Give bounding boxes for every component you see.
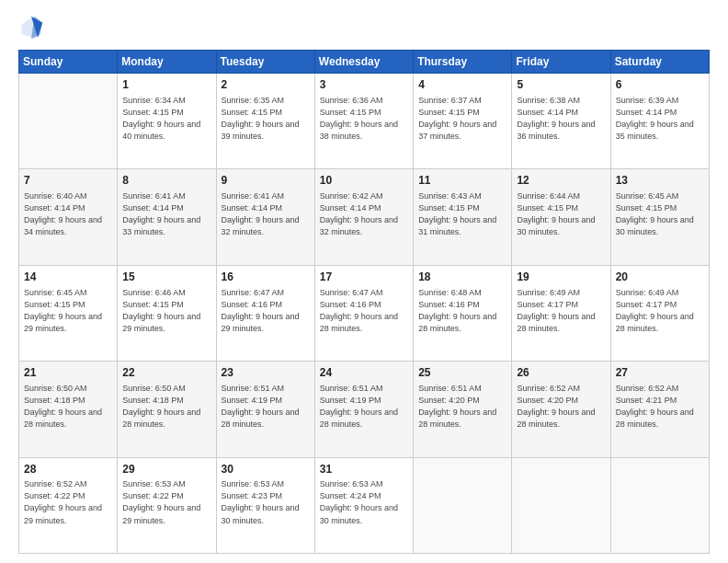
- day-number: 16: [222, 270, 310, 285]
- calendar-week-row: 14Sunrise: 6:45 AMSunset: 4:15 PMDayligh…: [19, 265, 710, 361]
- day-info: Sunrise: 6:51 AMSunset: 4:19 PMDaylight:…: [222, 383, 310, 431]
- calendar-weekday-saturday: Saturday: [610, 51, 709, 74]
- calendar-weekday-friday: Friday: [512, 51, 610, 74]
- day-info: Sunrise: 6:49 AMSunset: 4:17 PMDaylight:…: [517, 287, 605, 335]
- day-number: 13: [616, 173, 704, 189]
- calendar-cell: 22Sunrise: 6:50 AMSunset: 4:18 PMDayligh…: [118, 362, 216, 457]
- day-number: 3: [320, 77, 408, 93]
- calendar-cell: 19Sunrise: 6:49 AMSunset: 4:17 PMDayligh…: [512, 265, 610, 361]
- calendar-cell: 1Sunrise: 6:34 AMSunset: 4:15 PMDaylight…: [118, 74, 216, 169]
- calendar-cell: 29Sunrise: 6:53 AMSunset: 4:22 PMDayligh…: [118, 457, 216, 553]
- calendar-cell: 15Sunrise: 6:46 AMSunset: 4:15 PMDayligh…: [118, 265, 216, 361]
- calendar-cell: 25Sunrise: 6:51 AMSunset: 4:20 PMDayligh…: [414, 362, 512, 457]
- day-info: Sunrise: 6:53 AMSunset: 4:24 PMDaylight:…: [320, 478, 408, 526]
- logo-icon: [18, 15, 44, 40]
- calendar-cell: 4Sunrise: 6:37 AMSunset: 4:15 PMDaylight…: [414, 74, 512, 169]
- day-info: Sunrise: 6:38 AMSunset: 4:14 PMDaylight:…: [517, 95, 605, 143]
- calendar-cell: 21Sunrise: 6:50 AMSunset: 4:18 PMDayligh…: [19, 362, 118, 457]
- day-info: Sunrise: 6:36 AMSunset: 4:15 PMDaylight:…: [320, 95, 408, 143]
- day-number: 24: [320, 365, 408, 381]
- day-info: Sunrise: 6:35 AMSunset: 4:15 PMDaylight:…: [222, 95, 310, 143]
- calendar-week-row: 7Sunrise: 6:40 AMSunset: 4:14 PMDaylight…: [19, 169, 710, 265]
- day-info: Sunrise: 6:40 AMSunset: 4:14 PMDaylight:…: [24, 190, 112, 238]
- calendar-cell: 30Sunrise: 6:53 AMSunset: 4:23 PMDayligh…: [216, 457, 314, 553]
- calendar-cell: 28Sunrise: 6:52 AMSunset: 4:22 PMDayligh…: [19, 457, 118, 553]
- calendar-cell: 2Sunrise: 6:35 AMSunset: 4:15 PMDaylight…: [216, 74, 314, 169]
- day-info: Sunrise: 6:46 AMSunset: 4:15 PMDaylight:…: [122, 287, 210, 335]
- day-number: 14: [24, 270, 112, 285]
- day-info: Sunrise: 6:47 AMSunset: 4:16 PMDaylight:…: [222, 287, 310, 335]
- header: [18, 15, 710, 40]
- day-info: Sunrise: 6:34 AMSunset: 4:15 PMDaylight:…: [122, 95, 210, 143]
- day-number: 23: [222, 365, 310, 381]
- day-info: Sunrise: 6:51 AMSunset: 4:19 PMDaylight:…: [320, 383, 408, 431]
- day-info: Sunrise: 6:52 AMSunset: 4:21 PMDaylight:…: [616, 383, 704, 431]
- calendar-cell: [19, 74, 118, 169]
- day-number: 5: [517, 77, 605, 93]
- calendar-weekday-sunday: Sunday: [19, 51, 118, 74]
- day-number: 29: [122, 462, 210, 477]
- calendar-week-row: 21Sunrise: 6:50 AMSunset: 4:18 PMDayligh…: [19, 362, 710, 457]
- calendar-cell: [512, 457, 610, 553]
- day-number: 26: [517, 365, 605, 381]
- day-number: 15: [122, 270, 210, 285]
- calendar-cell: 10Sunrise: 6:42 AMSunset: 4:14 PMDayligh…: [314, 169, 413, 265]
- day-number: 17: [320, 270, 408, 285]
- day-number: 7: [24, 173, 112, 189]
- calendar-cell: 12Sunrise: 6:44 AMSunset: 4:15 PMDayligh…: [512, 169, 610, 265]
- day-info: Sunrise: 6:44 AMSunset: 4:15 PMDaylight:…: [517, 190, 605, 238]
- calendar-cell: 14Sunrise: 6:45 AMSunset: 4:15 PMDayligh…: [19, 265, 118, 361]
- calendar-week-row: 28Sunrise: 6:52 AMSunset: 4:22 PMDayligh…: [19, 457, 710, 553]
- calendar-cell: 5Sunrise: 6:38 AMSunset: 4:14 PMDaylight…: [512, 74, 610, 169]
- day-info: Sunrise: 6:52 AMSunset: 4:22 PMDaylight:…: [24, 478, 112, 526]
- day-number: 30: [222, 462, 310, 477]
- calendar-weekday-thursday: Thursday: [414, 51, 512, 74]
- calendar-weekday-wednesday: Wednesday: [314, 51, 413, 74]
- day-info: Sunrise: 6:52 AMSunset: 4:20 PMDaylight:…: [517, 383, 605, 431]
- calendar-table: SundayMondayTuesdayWednesdayThursdayFrid…: [18, 50, 710, 554]
- calendar-cell: 7Sunrise: 6:40 AMSunset: 4:14 PMDaylight…: [19, 169, 118, 265]
- calendar-cell: 20Sunrise: 6:49 AMSunset: 4:17 PMDayligh…: [610, 265, 709, 361]
- calendar-cell: 17Sunrise: 6:47 AMSunset: 4:16 PMDayligh…: [314, 265, 413, 361]
- day-info: Sunrise: 6:51 AMSunset: 4:20 PMDaylight:…: [418, 383, 506, 431]
- day-number: 12: [517, 173, 605, 189]
- day-number: 10: [320, 173, 408, 189]
- calendar-weekday-monday: Monday: [118, 51, 216, 74]
- day-number: 2: [222, 77, 310, 93]
- day-number: 19: [517, 270, 605, 285]
- day-number: 11: [418, 173, 506, 189]
- day-info: Sunrise: 6:41 AMSunset: 4:14 PMDaylight:…: [222, 190, 310, 238]
- day-info: Sunrise: 6:53 AMSunset: 4:23 PMDaylight:…: [222, 478, 310, 526]
- day-number: 27: [616, 365, 704, 381]
- calendar-cell: [610, 457, 709, 553]
- logo: [18, 15, 48, 40]
- calendar-cell: 6Sunrise: 6:39 AMSunset: 4:14 PMDaylight…: [610, 74, 709, 169]
- day-info: Sunrise: 6:39 AMSunset: 4:14 PMDaylight:…: [616, 95, 704, 143]
- calendar-cell: 31Sunrise: 6:53 AMSunset: 4:24 PMDayligh…: [314, 457, 413, 553]
- calendar-cell: 26Sunrise: 6:52 AMSunset: 4:20 PMDayligh…: [512, 362, 610, 457]
- day-info: Sunrise: 6:50 AMSunset: 4:18 PMDaylight:…: [24, 383, 112, 431]
- day-number: 18: [418, 270, 506, 285]
- day-number: 9: [222, 173, 310, 189]
- day-number: 28: [24, 462, 112, 477]
- day-info: Sunrise: 6:41 AMSunset: 4:14 PMDaylight:…: [122, 190, 210, 238]
- calendar-cell: 9Sunrise: 6:41 AMSunset: 4:14 PMDaylight…: [216, 169, 314, 265]
- calendar-cell: 11Sunrise: 6:43 AMSunset: 4:15 PMDayligh…: [414, 169, 512, 265]
- calendar-cell: 13Sunrise: 6:45 AMSunset: 4:15 PMDayligh…: [610, 169, 709, 265]
- day-info: Sunrise: 6:37 AMSunset: 4:15 PMDaylight:…: [418, 95, 506, 143]
- day-info: Sunrise: 6:43 AMSunset: 4:15 PMDaylight:…: [418, 190, 506, 238]
- day-number: 4: [418, 77, 506, 93]
- day-info: Sunrise: 6:49 AMSunset: 4:17 PMDaylight:…: [616, 287, 704, 335]
- calendar-cell: 16Sunrise: 6:47 AMSunset: 4:16 PMDayligh…: [216, 265, 314, 361]
- day-number: 21: [24, 365, 112, 381]
- calendar-weekday-tuesday: Tuesday: [216, 51, 314, 74]
- calendar-cell: 24Sunrise: 6:51 AMSunset: 4:19 PMDayligh…: [314, 362, 413, 457]
- day-info: Sunrise: 6:42 AMSunset: 4:14 PMDaylight:…: [320, 190, 408, 238]
- day-number: 25: [418, 365, 506, 381]
- calendar-cell: 3Sunrise: 6:36 AMSunset: 4:15 PMDaylight…: [314, 74, 413, 169]
- calendar-cell: [414, 457, 512, 553]
- day-number: 1: [122, 77, 210, 93]
- calendar-cell: 18Sunrise: 6:48 AMSunset: 4:16 PMDayligh…: [414, 265, 512, 361]
- day-info: Sunrise: 6:50 AMSunset: 4:18 PMDaylight:…: [122, 383, 210, 431]
- day-number: 6: [616, 77, 704, 93]
